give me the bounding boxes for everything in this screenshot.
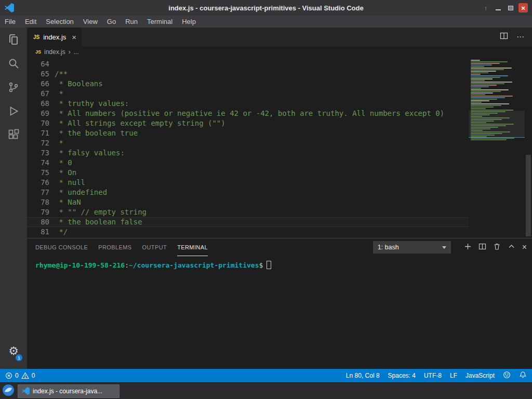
terminal-shell-select[interactable]: 1: bash xyxy=(373,241,451,254)
line-text: */ xyxy=(55,227,68,237)
desktop-taskbar: index.js - coursera-java... xyxy=(0,382,532,399)
line-text: * xyxy=(55,89,63,99)
close-button[interactable]: × xyxy=(518,3,528,12)
code-line-66[interactable]: 66 * Booleans xyxy=(27,79,469,89)
maximize-button[interactable] xyxy=(506,3,515,12)
code-line-65[interactable]: 65/** xyxy=(27,69,469,79)
new-terminal-icon[interactable] xyxy=(464,243,472,252)
code-line-70[interactable]: 70 * All strings except empty string (""… xyxy=(27,118,469,128)
search-icon[interactable] xyxy=(0,51,27,75)
code-editor[interactable]: 6465/**66 * Booleans67 *68 * truthy valu… xyxy=(27,58,532,238)
run-and-debug-icon[interactable] xyxy=(0,99,27,123)
panel-tab-terminal[interactable]: TERMINAL xyxy=(177,238,208,256)
panel-tab-debug-console[interactable]: DEBUG CONSOLE xyxy=(35,238,88,256)
notifications-bell-icon[interactable] xyxy=(519,371,527,380)
code-line-67[interactable]: 67 * xyxy=(27,89,469,99)
code-line-64[interactable]: 64 xyxy=(27,59,469,69)
app-menu-icon[interactable] xyxy=(2,383,15,399)
editor-scrollbar[interactable] xyxy=(525,58,532,238)
close-panel-icon[interactable]: × xyxy=(522,243,527,252)
encoding[interactable]: UTF-8 xyxy=(424,372,442,379)
more-actions-icon[interactable]: ⋯ xyxy=(516,32,525,42)
status-right: Ln 80, Col 8 Spaces: 4 UTF-8 LF JavaScri… xyxy=(346,371,527,380)
line-text: * truthy values: xyxy=(55,99,129,109)
language-mode[interactable]: JavaScript xyxy=(466,372,495,379)
line-number: 66 xyxy=(27,79,49,89)
code-line-68[interactable]: 68 * truthy values: xyxy=(27,99,469,109)
indentation[interactable]: Spaces: 4 xyxy=(388,372,416,379)
tab-index-js[interactable]: JS index.js × xyxy=(27,28,82,46)
window-controls: ↑ × xyxy=(481,3,532,12)
menu-selection[interactable]: Selection xyxy=(41,16,78,28)
javascript-file-icon-small: JS xyxy=(35,49,41,55)
line-number: 75 xyxy=(27,168,49,178)
breadcrumb-file[interactable]: index.js xyxy=(44,48,65,56)
menu-edit[interactable]: Edit xyxy=(20,16,41,28)
code-line-72[interactable]: 72 * xyxy=(27,138,469,148)
status-bar: 0 0 Ln 80, Col 8 Spaces: 4 UTF-8 LF Java… xyxy=(0,369,532,382)
line-number: 73 xyxy=(27,148,49,158)
warning-icon xyxy=(21,372,29,379)
menu-view[interactable]: View xyxy=(78,16,102,28)
pin-window-icon[interactable]: ↑ xyxy=(481,3,490,12)
minimize-button[interactable] xyxy=(494,3,503,12)
terminal-cursor xyxy=(267,261,271,269)
line-text: * NaN xyxy=(55,197,81,207)
code-line-78[interactable]: 78 * NaN xyxy=(27,197,469,207)
titlebar: index.js - coursera-javascript-primitive… xyxy=(0,0,532,16)
line-number: 71 xyxy=(27,128,49,138)
taskbar-window-label: index.js - coursera-java... xyxy=(33,388,102,395)
line-text: /** xyxy=(55,69,68,79)
split-terminal-icon[interactable] xyxy=(478,243,486,252)
vscode-logo-icon xyxy=(5,3,14,12)
line-text: * falsy values: xyxy=(55,148,125,158)
line-number: 65 xyxy=(27,69,49,79)
split-editor-icon[interactable] xyxy=(500,32,508,42)
line-text: * xyxy=(55,138,63,148)
explorer-icon[interactable] xyxy=(0,28,27,51)
tab-close-icon[interactable]: × xyxy=(72,33,76,42)
code-line-79[interactable]: 79 * "" // empty string xyxy=(27,207,469,217)
eol-sequence[interactable]: LF xyxy=(450,372,457,379)
extensions-icon[interactable] xyxy=(0,123,27,147)
terminal-colon: : xyxy=(125,261,129,269)
minimap[interactable] xyxy=(469,58,525,238)
line-number: 72 xyxy=(27,138,49,148)
panel-actions: 1: bash xyxy=(373,241,527,254)
kill-terminal-trash-icon[interactable] xyxy=(493,243,501,252)
breadcrumb-more[interactable]: ... xyxy=(74,48,79,56)
line-text: * null xyxy=(55,178,85,188)
bottom-panel: DEBUG CONSOLEPROBLEMSOUTPUTTERMINAL 1: b… xyxy=(27,238,532,369)
taskbar-window-button[interactable]: index.js - coursera-java... xyxy=(18,384,119,398)
code-line-81[interactable]: 81 */ xyxy=(27,227,469,237)
code-line-71[interactable]: 71 * the boolean true xyxy=(27,128,469,138)
editor-lines[interactable]: 6465/**66 * Booleans67 *68 * truthy valu… xyxy=(27,58,469,238)
menu-help[interactable]: Help xyxy=(177,16,201,28)
code-line-69[interactable]: 69 * All numbers (positive or negative i… xyxy=(27,109,469,118)
minimap-slider[interactable] xyxy=(469,111,525,138)
source-control-icon[interactable] xyxy=(0,75,27,99)
menu-terminal[interactable]: Terminal xyxy=(142,16,177,28)
terminal-output[interactable]: rhyme@ip-10-199-58-216:~/coursera-javasc… xyxy=(27,256,532,369)
cursor-position[interactable]: Ln 80, Col 8 xyxy=(346,372,380,379)
code-line-76[interactable]: 76 * null xyxy=(27,178,469,188)
settings-gear-icon[interactable]: ⚙ 1 xyxy=(0,338,27,365)
scrollbar-thumb[interactable] xyxy=(526,155,531,236)
breadcrumb[interactable]: JS index.js › ... xyxy=(27,46,532,58)
menu-run[interactable]: Run xyxy=(121,16,142,28)
code-line-73[interactable]: 73 * falsy values: xyxy=(27,148,469,158)
problems-status[interactable]: 0 0 xyxy=(5,372,35,379)
menu-bar: FileEditSelectionViewGoRunTerminalHelp xyxy=(0,16,532,28)
line-number: 80 xyxy=(27,218,49,227)
code-line-77[interactable]: 77 * undefined xyxy=(27,188,469,197)
code-line-80[interactable]: 80 * the boolean false xyxy=(27,217,469,227)
menu-go[interactable]: Go xyxy=(102,16,121,28)
code-line-75[interactable]: 75 * On xyxy=(27,168,469,178)
feedback-smiley-icon[interactable] xyxy=(503,371,511,380)
line-number: 70 xyxy=(27,118,49,128)
panel-tab-output[interactable]: OUTPUT xyxy=(142,238,167,256)
panel-tab-problems[interactable]: PROBLEMS xyxy=(98,238,131,256)
maximize-panel-chevron-icon[interactable] xyxy=(508,243,515,252)
code-line-74[interactable]: 74 * 0 xyxy=(27,158,469,168)
menu-file[interactable]: File xyxy=(0,16,20,28)
